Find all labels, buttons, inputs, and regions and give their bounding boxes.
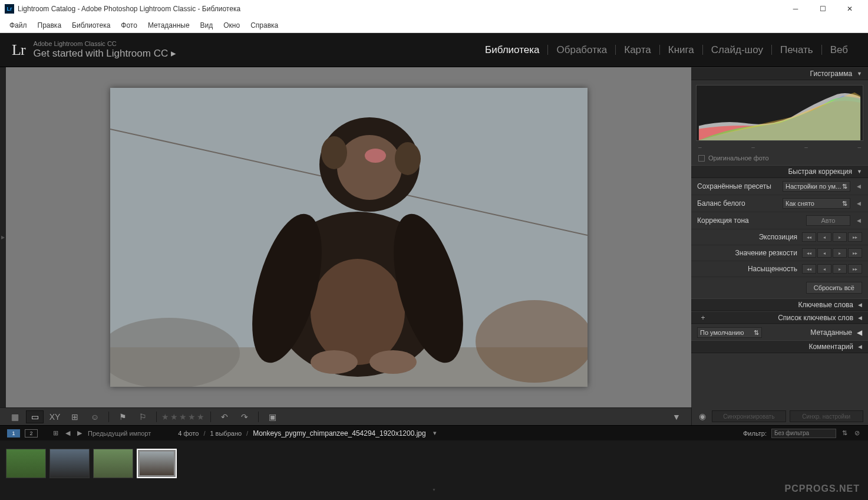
collapse-icon[interactable]: ◀ [855,200,862,206]
second-window-tab[interactable]: 2 [25,429,38,438]
toolbar-menu-button[interactable]: ▼ [668,410,685,423]
svg-point-8 [337,135,402,200]
quick-develop-header[interactable]: Быстрая коррекция▼ [691,165,868,178]
metadata-header[interactable]: По умолчанию⇅ Метаданные ◀ [691,324,868,340]
window-title: Lightroom Catalog - Adobe Photoshop Ligh… [18,5,782,13]
histogram-header[interactable]: Гистограмма▼ [691,67,868,80]
menu-library[interactable]: Библиотека [67,20,115,31]
thumbnail-4[interactable] [137,449,177,478]
svg-point-14 [311,350,358,374]
comments-header[interactable]: Комментарий◀ [691,340,868,353]
sync-button[interactable]: Синхронизировать [712,410,786,422]
histogram-panel[interactable]: –––– [691,80,868,151]
branding-small: Adobe Lightroom Classic CC [34,40,176,47]
module-develop[interactable]: Обработка [548,45,616,55]
reset-all-button[interactable]: Сбросить всё [806,282,862,294]
source-label[interactable]: Предыдущий импорт [88,430,151,437]
auto-tone-button[interactable]: Авто [806,215,850,226]
saturation-inc[interactable]: ▸ [833,264,847,274]
thumbnail-2[interactable] [49,449,90,478]
exposure-inc2[interactable]: ▸▸ [848,232,862,242]
wb-label: Баланс белого [697,199,778,208]
svg-point-9 [321,136,347,169]
module-book[interactable]: Книга [660,45,703,55]
original-photo-row[interactable]: Оригинальное фото [691,151,868,165]
saturation-inc2[interactable]: ▸▸ [848,264,862,274]
module-print[interactable]: Печать [772,45,822,55]
clarity-inc[interactable]: ▸ [833,248,847,258]
photo-count: 4 фото [178,430,199,437]
sync-settings-button[interactable]: Синхр. настройки [790,410,864,422]
image-canvas[interactable] [6,67,691,407]
left-panel-grip[interactable] [0,67,6,407]
menu-file[interactable]: Файл [5,20,32,31]
saturation-dec[interactable]: ◂ [817,264,831,274]
menu-help[interactable]: Справка [246,20,283,31]
bottom-panel-grip[interactable] [0,486,868,492]
original-photo-checkbox[interactable] [698,155,705,162]
clarity-dec[interactable]: ◂ [817,248,831,258]
grid-icon[interactable]: ⊞ [52,429,60,437]
branding: Adobe Lightroom Classic CC Get started w… [34,40,176,60]
compare-view-button[interactable]: XY [46,410,64,423]
grid-view-button[interactable]: ▦ [6,410,24,423]
survey-view-button[interactable]: ⊞ [66,410,84,423]
rating-stars[interactable]: ★★★★★ [161,412,206,422]
clarity-dec2[interactable]: ◂◂ [802,248,816,258]
collapse-icon[interactable]: ◀ [855,183,862,189]
keyword-list-header[interactable]: + Список ключевых слов◀ [691,311,868,324]
chevron-left-icon: ◀ [858,315,862,321]
filter-switch-icon[interactable]: ⊘ [853,429,861,437]
main-window-tab[interactable]: 1 [7,429,20,438]
menu-metadata[interactable]: Метаданные [143,20,194,31]
nav-back-button[interactable]: ◀ [64,429,71,437]
flag-pick-button[interactable]: ⚑ [114,410,131,423]
clarity-inc2[interactable]: ▸▸ [848,248,862,258]
filename-dropdown-icon[interactable]: ▾ [433,429,437,437]
branding-large[interactable]: Get started with Lightroom CC ▸ [34,47,176,60]
plus-icon[interactable]: + [697,314,709,322]
module-map[interactable]: Карта [616,45,660,55]
filmstrip[interactable] [0,440,868,486]
menu-view[interactable]: Вид [196,20,218,31]
tone-label: Коррекция тона [697,216,801,225]
collapse-icon[interactable]: ◀ [855,218,862,223]
module-web[interactable]: Веб [822,45,856,55]
rotate-cw-button[interactable]: ↷ [236,410,253,423]
module-slideshow[interactable]: Слайд-шоу [703,45,772,55]
keywords-header[interactable]: Ключевые слова◀ [691,298,868,311]
filter-select[interactable]: Без фильтра [771,429,836,438]
saturation-arrows: ◂◂ ◂ ▸ ▸▸ [802,264,862,274]
wb-select[interactable]: Как снято⇅ [783,198,850,209]
menu-photo[interactable]: Фото [116,20,142,31]
saturation-dec2[interactable]: ◂◂ [802,264,816,274]
loupe-view-button[interactable]: ▭ [26,410,44,423]
module-library[interactable]: Библиотека [477,45,548,55]
people-view-button[interactable]: ☺ [86,410,104,423]
saturation-label: Насыщенность [697,265,797,273]
svg-point-15 [369,350,417,374]
rotate-ccw-button[interactable]: ↶ [216,410,233,423]
filter-lock-icon[interactable]: ⇅ [841,429,849,437]
minimize-button[interactable]: ─ [782,0,809,18]
slideshow-button[interactable]: ▣ [263,410,281,423]
exposure-dec2[interactable]: ◂◂ [802,232,816,242]
sync-toolbar: ◉ Синхронизировать Синхр. настройки [691,407,868,425]
exposure-inc[interactable]: ▸ [833,232,847,242]
filter-bar: 1 2 ⊞ ◀ ▶ Предыдущий импорт 4 фото / 1 в… [0,425,868,440]
chevron-down-icon: ▼ [857,169,862,175]
metadata-preset-select[interactable]: По умолчанию⇅ [697,327,762,338]
nav-forward-button[interactable]: ▶ [76,429,83,437]
flag-reject-button[interactable]: ⚐ [134,410,151,423]
sync-toggle-button[interactable]: ◉ [697,410,708,423]
exposure-dec[interactable]: ◂ [817,232,831,242]
thumbnail-3[interactable] [93,449,133,478]
svg-point-11 [365,149,386,163]
menu-edit[interactable]: Правка [33,20,67,31]
maximize-button[interactable]: ☐ [809,0,836,18]
menu-window[interactable]: Окно [219,20,245,31]
close-button[interactable]: ✕ [836,0,863,18]
thumbnail-1[interactable] [6,449,46,478]
presets-select[interactable]: Настройки по ум...⇅ [783,181,850,192]
app-icon: Lr [5,4,14,14]
